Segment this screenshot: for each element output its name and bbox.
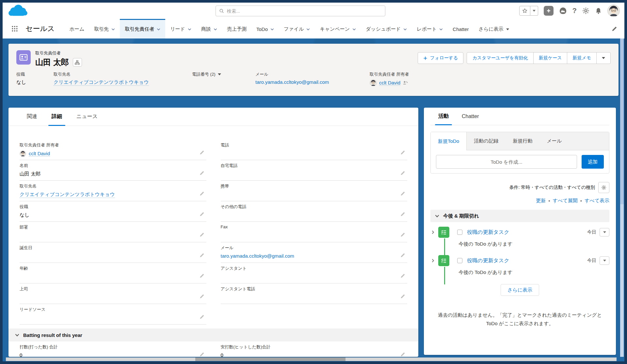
activity-composer: 新規ToDo 活動の記録 新規行動 メール 追加 bbox=[430, 132, 609, 174]
setup-button[interactable] bbox=[582, 7, 589, 14]
global-search[interactable] bbox=[216, 6, 385, 16]
edit-navigation-button[interactable] bbox=[612, 19, 617, 38]
change-owner-icon[interactable] bbox=[403, 80, 408, 85]
edit-field-button[interactable] bbox=[200, 294, 204, 300]
expand-task-chevron-icon[interactable] bbox=[431, 230, 435, 234]
nav-tab-dashboards[interactable]: ダッシュボード bbox=[361, 19, 412, 38]
highlight-label: 取引先責任者 所有者 bbox=[370, 71, 409, 77]
task-title-link[interactable]: 役職の更新タスク bbox=[467, 257, 509, 264]
global-actions-button[interactable] bbox=[544, 6, 554, 16]
favorites-star-button[interactable] bbox=[519, 6, 530, 16]
account-link[interactable]: クリエイティブコンテンツラボトウキョウ bbox=[20, 191, 115, 198]
edit-field-button[interactable] bbox=[400, 294, 405, 300]
create-todo-input[interactable] bbox=[436, 155, 577, 169]
phone-dropdown[interactable]: 電話番号 (2) bbox=[192, 71, 221, 77]
vertical-scrollbar-thumb[interactable] bbox=[620, 38, 624, 204]
add-todo-button[interactable]: 追加 bbox=[582, 155, 604, 169]
nav-tab-home[interactable]: ホーム bbox=[65, 19, 89, 38]
email-link[interactable]: taro.yamada.ccltokyo@gmail.com bbox=[221, 253, 294, 259]
owner-link[interactable]: cclt David bbox=[379, 80, 400, 86]
task-complete-checkbox[interactable] bbox=[457, 230, 462, 235]
user-profile-button[interactable] bbox=[607, 5, 620, 17]
edit-field-button[interactable] bbox=[200, 352, 204, 357]
account-link[interactable]: クリエイティブコンテンツラボトウキョウ bbox=[54, 79, 149, 86]
edit-field-button[interactable] bbox=[200, 191, 204, 197]
notifications-button[interactable] bbox=[595, 8, 602, 14]
more-actions-button[interactable] bbox=[596, 52, 611, 64]
horizontal-scrollbar[interactable] bbox=[6, 357, 617, 361]
help-button[interactable]: ? bbox=[572, 7, 577, 14]
nav-tab-campaigns[interactable]: キャンペーン bbox=[315, 19, 361, 38]
trailhead-button[interactable] bbox=[559, 7, 567, 15]
new-case-button[interactable]: 新規ケース bbox=[533, 52, 568, 64]
expand-task-chevron-icon[interactable] bbox=[431, 259, 435, 263]
caret-down-icon bbox=[506, 28, 509, 30]
nav-tab-opportunities[interactable]: 商談 bbox=[196, 19, 222, 38]
composer-tab-log-activity[interactable]: 活動の記録 bbox=[467, 132, 506, 150]
nav-tab-leads[interactable]: リード bbox=[165, 19, 196, 38]
button-label: 新規メモ bbox=[572, 55, 591, 61]
app-launcher-button[interactable] bbox=[8, 19, 21, 38]
edit-field-button[interactable] bbox=[200, 273, 204, 279]
nav-tab-forecasts[interactable]: 売上予測 bbox=[222, 19, 251, 38]
edit-field-button[interactable] bbox=[400, 232, 405, 238]
section-upcoming-overdue[interactable]: 今後 & 期限切れ bbox=[430, 210, 609, 222]
edit-field-button[interactable] bbox=[400, 171, 405, 176]
nav-tab-files[interactable]: ファイル bbox=[279, 19, 315, 38]
nav-tab-contacts[interactable]: 取引先責任者 bbox=[120, 19, 165, 38]
edit-field-button[interactable] bbox=[200, 314, 204, 320]
edit-field-button[interactable] bbox=[200, 232, 204, 238]
task-actions-button[interactable] bbox=[600, 228, 609, 236]
detail-fields-right-column: 電話 自宅電話 携帯 その他の電話 bbox=[214, 140, 408, 325]
enable-customer-user-button[interactable]: カスタマーユーザを有効化 bbox=[467, 52, 533, 64]
vertical-scrollbar[interactable] bbox=[620, 38, 624, 357]
caret-down-icon bbox=[602, 57, 605, 59]
tab-related[interactable]: 関連 bbox=[20, 108, 44, 126]
activity-filter-settings-button[interactable] bbox=[598, 182, 609, 193]
tab-label: ニュース bbox=[76, 113, 98, 120]
section-batting-result[interactable]: Batting result of this year bbox=[8, 328, 418, 341]
edit-field-button[interactable] bbox=[200, 253, 204, 259]
tab-label: 詳細 bbox=[52, 113, 62, 120]
edit-field-button[interactable] bbox=[400, 150, 405, 156]
view-hierarchy-button[interactable] bbox=[73, 58, 82, 67]
edit-field-button[interactable] bbox=[400, 352, 405, 357]
edit-field-button[interactable] bbox=[400, 212, 405, 218]
edit-field-button[interactable] bbox=[400, 253, 405, 259]
show-more-button[interactable]: さらに表示 bbox=[501, 284, 539, 296]
task-complete-checkbox[interactable] bbox=[457, 258, 462, 263]
nav-tab-chatter[interactable]: Chatter bbox=[448, 19, 474, 38]
new-note-button[interactable]: 新規メモ bbox=[567, 52, 597, 64]
task-title-link[interactable]: 役職の更新タスク bbox=[467, 229, 509, 236]
tab-news[interactable]: ニュース bbox=[69, 108, 105, 126]
horizontal-scrollbar-thumb[interactable] bbox=[195, 357, 346, 361]
expand-all-link[interactable]: すべて展開 bbox=[553, 198, 578, 204]
tab-chatter[interactable]: Chatter bbox=[455, 108, 485, 125]
nav-tab-accounts[interactable]: 取引先 bbox=[89, 19, 120, 38]
edit-field-button[interactable] bbox=[400, 191, 405, 197]
email-link[interactable]: taro.yamada.ccltokyo@gmail.com bbox=[255, 79, 329, 85]
owner-link[interactable]: cclt David bbox=[29, 151, 50, 157]
edit-field-button[interactable] bbox=[200, 171, 204, 176]
favorites-caret-button[interactable] bbox=[530, 6, 538, 16]
follow-button[interactable]: フォローする bbox=[418, 52, 464, 64]
composer-tab-email[interactable]: メール bbox=[539, 132, 569, 150]
refresh-link[interactable]: 更新 bbox=[536, 198, 546, 204]
edit-field-button[interactable] bbox=[400, 273, 405, 279]
view-all-link[interactable]: すべて表示 bbox=[585, 198, 609, 204]
composer-tab-new-task[interactable]: 新規ToDo bbox=[431, 132, 467, 150]
edit-field-button[interactable] bbox=[200, 212, 204, 218]
nav-tab-tasks[interactable]: ToDo bbox=[251, 19, 279, 38]
tab-details[interactable]: 詳細 bbox=[44, 108, 69, 126]
tab-activity[interactable]: 活動 bbox=[432, 108, 455, 125]
search-input[interactable] bbox=[227, 8, 382, 14]
nav-tab-more[interactable]: さらに表示 bbox=[474, 19, 514, 38]
app-navigation-bar: セールス ホーム 取引先 取引先責任者 リード 商談 売上予測 ToDo ファイ… bbox=[3, 19, 624, 38]
field-label: 名前 bbox=[20, 163, 206, 169]
task-item: 役職の更新タスク 今日 今後の ToDo があります bbox=[430, 254, 609, 279]
edit-field-button[interactable] bbox=[200, 150, 204, 156]
field-assistant: アシスタント bbox=[221, 263, 408, 283]
nav-tab-reports[interactable]: レポート bbox=[412, 19, 448, 38]
composer-tab-new-event[interactable]: 新規行動 bbox=[506, 132, 539, 150]
task-actions-button[interactable] bbox=[600, 256, 609, 265]
